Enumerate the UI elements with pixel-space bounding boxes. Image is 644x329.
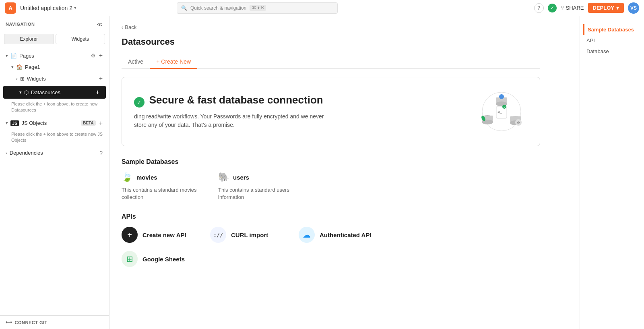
auth-api-label: Authenticated API — [320, 232, 372, 238]
api-cards-row2: ⊞ Google Sheets — [122, 251, 540, 267]
content-inner: ‹ Back Datasources Active + Create New ✓… — [109, 16, 552, 283]
js-objects-add-icon[interactable]: + — [98, 119, 103, 128]
js-objects-hint: Please click the + icon above to create … — [0, 130, 109, 147]
svg-point-14 — [499, 94, 504, 99]
main-layout: NAVIGATION ≪ Explorer Widgets ▾ 📄 Pages … — [0, 16, 644, 329]
api-cards: + Create new API :// CURL import ☁ Authe… — [122, 227, 540, 243]
sidebar: NAVIGATION ≪ Explorer Widgets ▾ 📄 Pages … — [0, 16, 109, 329]
api-card-curl[interactable]: :// CURL import — [210, 227, 291, 243]
movies-desc: This contains a standard movies collecti… — [122, 186, 210, 201]
nav-label: NAVIGATION — [6, 22, 35, 27]
create-api-icon: + — [122, 227, 138, 243]
chevron-down-icon: ▾ — [6, 120, 8, 126]
app-title[interactable]: Untitled application 2 ▾ — [20, 5, 76, 11]
content-area: ‹ Back Datasources Active + Create New ✓… — [109, 16, 580, 329]
app-logo: A — [5, 2, 16, 14]
page-title: Datasources — [122, 37, 540, 47]
sidebar-item-pages[interactable]: ▾ 📄 Pages ⚙ + — [0, 49, 109, 62]
sidebar-item-js-objects[interactable]: ▾ JS JS Objects BETA + — [0, 117, 109, 130]
movies-icon: 🍃 — [122, 172, 132, 182]
sidebar-item-widgets[interactable]: › ⊞ Widgets + — [0, 72, 109, 85]
create-api-label: Create new API — [142, 232, 186, 238]
sample-databases-grid: 🍃 movies This contains a standard movies… — [122, 172, 540, 201]
home-icon: 🏠 — [16, 64, 23, 70]
status-indicator: ✓ — [548, 4, 557, 12]
sidebar-content: ▾ 📄 Pages ⚙ + ▾ 🏠 Page1 › ⊞ Widgets + — [0, 46, 109, 315]
hero-title: Secure & fast database connection — [149, 94, 323, 106]
topbar: A Untitled application 2 ▾ 🔍 Quick searc… — [0, 0, 644, 16]
right-panel-api[interactable]: API — [586, 35, 638, 46]
api-card-auth[interactable]: ☁ Authenticated API — [299, 227, 379, 243]
db-card-users[interactable]: 🐘 users This contains a standard users i… — [218, 172, 307, 201]
movies-name: movies — [136, 174, 157, 181]
back-chevron-icon: ‹ — [122, 24, 123, 30]
hero-description: ding read/write workflows. Your Password… — [134, 112, 327, 129]
sidebar-header-icons: ≪ — [96, 20, 103, 28]
deploy-button[interactable]: DEPLOY ▾ — [588, 3, 624, 13]
svg-text:✓: ✓ — [504, 106, 506, 109]
beta-badge: BETA — [81, 120, 95, 126]
right-panel-database[interactable]: Database — [586, 46, 638, 57]
chevron-right-icon: › — [16, 76, 18, 81]
widgets-add-icon[interactable]: + — [98, 74, 103, 83]
users-desc: This contains a standard users informati… — [218, 186, 307, 201]
tab-widgets[interactable]: Widgets — [56, 34, 105, 44]
logo-letter: A — [8, 5, 12, 11]
share-icon: ⑂ — [561, 5, 564, 11]
sidebar-tabs: Explorer Widgets — [0, 32, 109, 46]
svg-text:a_: a_ — [497, 110, 502, 114]
dependencies-help-icon[interactable]: ? — [99, 149, 103, 157]
pages-actions: ⚙ + — [90, 51, 103, 60]
hero-text: ✓ Secure & fast database connection ding… — [134, 94, 327, 129]
check-icon: ✓ — [134, 97, 144, 108]
chevron-down-icon: ▾ — [11, 64, 14, 70]
chevron-down-icon: ▾ — [19, 90, 22, 95]
title-chevron-icon: ▾ — [74, 5, 76, 10]
hero-illustration: a_ ✓ ⚙ — [475, 89, 528, 134]
grid-icon: ⊞ — [20, 76, 25, 82]
pages-add-icon[interactable]: + — [98, 51, 103, 60]
datasources-hint: Please click the + icon above, to create… — [0, 99, 109, 117]
api-card-sheets[interactable]: ⊞ Google Sheets — [122, 251, 202, 267]
help-button[interactable]: ? — [534, 3, 544, 13]
db-card-movies[interactable]: 🍃 movies This contains a standard movies… — [122, 172, 210, 201]
datasource-icon: ⬡ — [24, 89, 29, 95]
tab-explorer[interactable]: Explorer — [4, 34, 54, 44]
sidebar-item-datasources[interactable]: ▾ ⬡ Datasources + Add datasource or crea… — [3, 86, 106, 99]
avatar[interactable]: VS — [628, 2, 639, 14]
db-card-header-users: 🐘 users — [218, 172, 307, 182]
back-link[interactable]: ‹ Back — [122, 24, 540, 30]
curl-icon: :// — [210, 227, 226, 243]
svg-text:⚙: ⚙ — [517, 121, 520, 125]
file-icon: 📄 — [10, 53, 17, 59]
pages-settings-icon[interactable]: ⚙ — [90, 51, 97, 60]
hero-card: ✓ Secure & fast database connection ding… — [122, 77, 540, 146]
shortcut-badge: ⌘ + K — [250, 5, 266, 11]
tab-active[interactable]: Active — [122, 55, 150, 69]
right-panel-sample-databases[interactable]: Sample Databases — [583, 24, 638, 35]
hero-image: a_ ✓ ⚙ — [475, 89, 528, 134]
auth-api-icon: ☁ — [299, 227, 315, 243]
sidebar-header: NAVIGATION ≪ — [0, 16, 109, 32]
collapse-icon[interactable]: ≪ — [96, 20, 103, 28]
git-icon: ⟷ — [6, 320, 12, 325]
apis-heading: APIs — [122, 213, 540, 220]
users-icon: 🐘 — [218, 172, 229, 182]
curl-label: CURL import — [231, 232, 268, 238]
users-name: users — [233, 174, 249, 181]
sheets-label: Google Sheets — [142, 256, 185, 263]
search-bar[interactable]: 🔍 Quick search & navigation ⌘ + K — [177, 2, 338, 14]
sheets-icon: ⊞ — [122, 251, 138, 267]
sample-databases-heading: Sample Databases — [122, 158, 540, 166]
topbar-right: ? ✓ ⑂ SHARE DEPLOY ▾ VS — [534, 2, 639, 14]
sidebar-item-dependencies[interactable]: › Dependencies ? — [0, 147, 109, 159]
deploy-chevron-icon: ▾ — [616, 5, 619, 11]
sidebar-item-page1[interactable]: ▾ 🏠 Page1 — [0, 62, 109, 72]
api-card-create[interactable]: + Create new API — [122, 227, 202, 243]
tab-create-new[interactable]: + Create New — [150, 55, 197, 69]
tabs-bar: Active + Create New — [122, 55, 540, 69]
share-button[interactable]: ⑂ SHARE — [561, 5, 584, 11]
datasources-add-icon[interactable]: + — [95, 88, 100, 97]
chevron-right-icon: › — [6, 151, 7, 155]
sidebar-bottom[interactable]: ⟷ CONNECT GIT — [0, 315, 109, 329]
